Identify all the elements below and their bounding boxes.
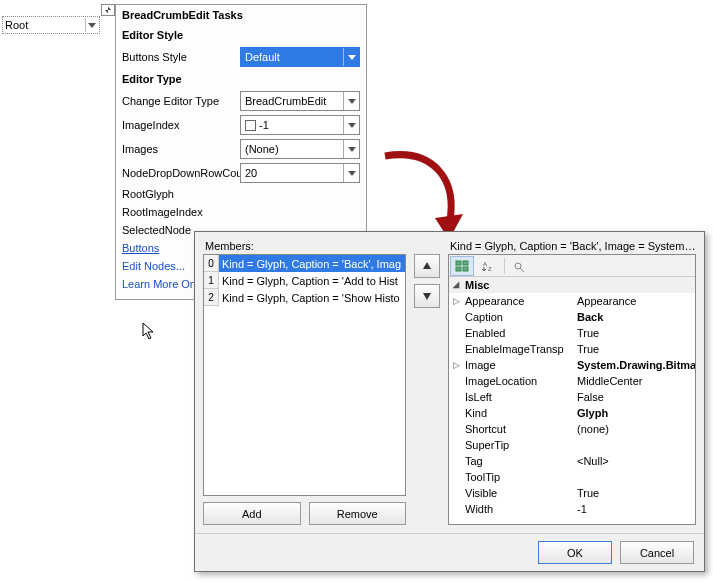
property-name: Width [463, 503, 573, 515]
members-item-text: Kind = Glyph, Caption = 'Back', Imag [219, 255, 405, 272]
svg-rect-2 [456, 267, 461, 271]
members-item[interactable]: 2Kind = Glyph, Caption = 'Show Histo [204, 289, 405, 306]
property-name: Caption [463, 311, 573, 323]
label-root-image-index: RootImageIndex [122, 203, 360, 221]
add-button[interactable]: Add [203, 502, 301, 525]
members-listbox[interactable]: 0Kind = Glyph, Caption = 'Back', Imag1Ki… [203, 254, 406, 496]
property-name: EnableImageTransp [463, 343, 573, 355]
property-row[interactable]: EnabledTrue [449, 325, 695, 341]
property-row[interactable]: SuperTip [449, 437, 695, 453]
input-node-dd-row-count-value: 20 [245, 167, 257, 179]
property-name: ToolTip [463, 471, 573, 483]
link-buttons[interactable]: Buttons [122, 242, 159, 254]
property-name: Image [463, 359, 573, 371]
label-buttons-style: Buttons Style [122, 51, 240, 63]
property-name: Appearance [463, 295, 573, 307]
chevron-down-icon [343, 116, 359, 134]
property-row[interactable]: ▷AppearanceAppearance [449, 293, 695, 309]
property-name: Tag [463, 455, 573, 467]
property-value[interactable]: True [573, 327, 695, 339]
label-root-glyph: RootGlyph [122, 185, 360, 203]
dropdown-image-index[interactable]: -1 [240, 115, 360, 135]
input-node-dd-row-count[interactable]: 20 [240, 163, 360, 183]
dropdown-change-editor-type[interactable]: BreadCrumbEdit [240, 91, 360, 111]
label-image-index: ImageIndex [122, 119, 240, 131]
move-up-button[interactable] [414, 254, 440, 278]
property-value[interactable]: -1 [573, 503, 695, 515]
link-edit-nodes[interactable]: Edit Nodes... [122, 260, 185, 272]
image-swatch-icon [245, 120, 256, 131]
dropdown-image-index-value: -1 [259, 119, 269, 131]
property-name: IsLeft [463, 391, 573, 403]
property-name: Kind [463, 407, 573, 419]
members-item-index: 1 [204, 272, 219, 289]
property-value[interactable]: (none) [573, 423, 695, 435]
svg-rect-1 [463, 261, 468, 265]
property-value[interactable]: True [573, 487, 695, 499]
dropdown-buttons-style-value: Default [245, 51, 280, 63]
expand-icon[interactable]: ▷ [449, 360, 463, 370]
property-row[interactable]: IsLeftFalse [449, 389, 695, 405]
members-item[interactable]: 0Kind = Glyph, Caption = 'Back', Imag [204, 255, 405, 272]
property-row[interactable]: VisibleTrue [449, 485, 695, 501]
expand-icon[interactable]: ▷ [449, 296, 463, 306]
property-row[interactable]: Shortcut(none) [449, 421, 695, 437]
property-name: Visible [463, 487, 573, 499]
root-dropdown-button[interactable] [85, 18, 97, 32]
section-editor-style: Editor Style [122, 25, 360, 45]
chevron-down-icon [343, 48, 359, 66]
move-down-button[interactable] [414, 284, 440, 308]
property-value[interactable]: <Null> [573, 455, 695, 467]
property-row[interactable]: Tag<Null> [449, 453, 695, 469]
property-value[interactable]: System.Drawing.Bitmap [573, 359, 695, 371]
breadcrumb-edit-control[interactable]: Root [2, 16, 100, 34]
property-name: ImageLocation [463, 375, 573, 387]
members-item-text: Kind = Glyph, Caption = 'Show Histo [219, 289, 405, 306]
property-row[interactable]: ▷ImageSystem.Drawing.Bitmap [449, 357, 695, 373]
label-node-dd-row-count: NodeDropDownRowCount [122, 167, 240, 179]
remove-button[interactable]: Remove [309, 502, 407, 525]
property-row[interactable]: Width-1 [449, 501, 695, 517]
label-change-editor-type: Change Editor Type [122, 95, 240, 107]
tasks-title: BreadCrumbEdit Tasks [122, 7, 360, 25]
selection-summary: Kind = Glyph, Caption = 'Back', Image = … [448, 240, 696, 254]
property-value[interactable]: False [573, 391, 695, 403]
property-row[interactable]: EnableImageTranspTrue [449, 341, 695, 357]
chevron-down-icon [343, 140, 359, 158]
property-value[interactable]: Appearance [573, 295, 695, 307]
svg-text:A: A [483, 261, 487, 267]
property-value[interactable]: True [573, 343, 695, 355]
svg-rect-3 [463, 267, 468, 271]
svg-rect-0 [456, 261, 461, 265]
categorized-view-button[interactable] [450, 256, 474, 276]
cancel-button[interactable]: Cancel [620, 541, 694, 564]
mouse-cursor-icon [142, 322, 158, 344]
chevron-down-icon [343, 92, 359, 110]
property-value[interactable]: Back [573, 311, 695, 323]
property-name: Shortcut [463, 423, 573, 435]
section-editor-type: Editor Type [122, 69, 360, 89]
dropdown-buttons-style[interactable]: Default [240, 47, 360, 67]
members-item-index: 2 [204, 289, 219, 306]
dropdown-images[interactable]: (None) [240, 139, 360, 159]
collection-editor-dialog: Members: 0Kind = Glyph, Caption = 'Back'… [194, 231, 705, 572]
property-value[interactable]: Glyph [573, 407, 695, 419]
chevron-down-icon [343, 164, 359, 182]
property-grid[interactable]: AZ Misc ▷AppearanceAppearanceCaptionBack… [448, 254, 696, 525]
property-row[interactable]: CaptionBack [449, 309, 695, 325]
members-item[interactable]: 1Kind = Glyph, Caption = 'Add to Hist [204, 272, 405, 289]
category-misc[interactable]: Misc [449, 277, 695, 293]
ok-button[interactable]: OK [538, 541, 612, 564]
alphabetical-view-button[interactable]: AZ [476, 256, 500, 276]
svg-text:Z: Z [488, 266, 492, 272]
property-row[interactable]: ToolTip [449, 469, 695, 485]
property-pages-button[interactable] [509, 256, 533, 276]
property-row[interactable]: KindGlyph [449, 405, 695, 421]
members-label: Members: [203, 240, 406, 254]
dropdown-images-value: (None) [245, 143, 279, 155]
smart-tag-glyph[interactable] [101, 4, 115, 16]
root-node[interactable]: Root [5, 19, 28, 31]
property-row[interactable]: ImageLocationMiddleCenter [449, 373, 695, 389]
property-value[interactable]: MiddleCenter [573, 375, 695, 387]
label-images: Images [122, 143, 240, 155]
